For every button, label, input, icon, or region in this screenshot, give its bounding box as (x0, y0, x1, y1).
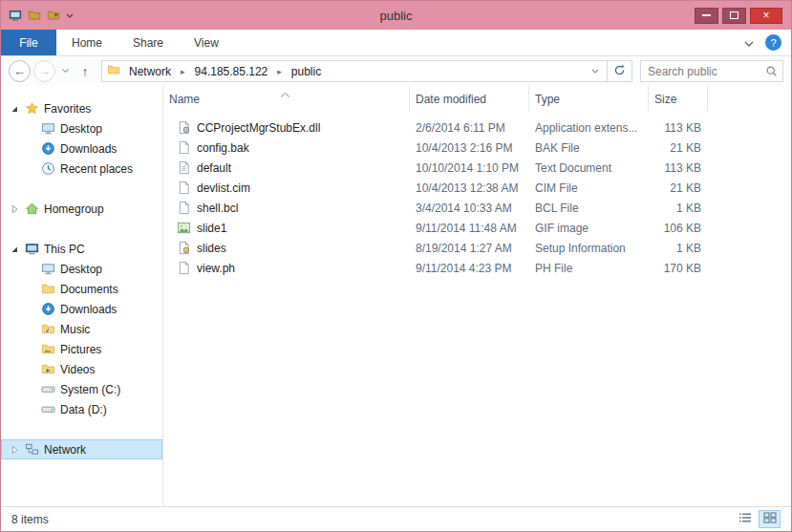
sidebar-item-label: Downloads (60, 303, 117, 316)
column-header-size[interactable]: Size (649, 86, 708, 112)
file-row[interactable]: slide1 9/11/2014 11:48 AM GIF image 106 … (163, 218, 791, 238)
breadcrumb[interactable]: Network ▸ 94.185.85.122 ▸ public (101, 60, 608, 82)
sidebar-item-downloads[interactable]: Downloads (1, 138, 162, 159)
qat-properties-icon[interactable] (28, 9, 41, 22)
desktop-icon (40, 121, 55, 137)
breadcrumb-item-network[interactable]: Network (122, 65, 178, 78)
details-view-icon (738, 512, 752, 526)
tab-share[interactable]: Share (118, 30, 179, 55)
sidebar-item-label: Recent places (60, 162, 133, 176)
large-icons-view-icon (763, 512, 777, 526)
sidebar-item-favorites[interactable]: Favorites (1, 98, 162, 118)
sidebar-item-system-c[interactable]: System (C:) (1, 379, 162, 399)
search-input[interactable] (641, 65, 760, 78)
file-type: CIM File (529, 181, 649, 195)
sidebar-item-music[interactable]: Music (1, 319, 162, 339)
expander-collapsed-icon[interactable] (8, 202, 21, 216)
window-controls: × (695, 8, 791, 24)
expander-expanded-icon[interactable] (8, 243, 21, 256)
computer-icon (24, 242, 39, 257)
sidebar-item-label: Network (44, 443, 86, 457)
file-row[interactable]: devlist.cim 10/4/2013 12:38 AM CIM File … (163, 178, 791, 198)
sidebar-item-label: This PC (44, 243, 85, 256)
file-name: slides (197, 242, 226, 255)
downloads-icon (40, 302, 55, 317)
file-type: Application extens... (529, 121, 649, 135)
app-window-icon[interactable] (9, 9, 22, 22)
file-name: default (197, 161, 231, 175)
file-type: PH File (529, 262, 649, 275)
folder-icon (40, 322, 55, 337)
sidebar-item-recent-places[interactable]: Recent places (1, 159, 162, 179)
file-name: devlist.cim (197, 181, 250, 195)
minimize-button[interactable] (695, 8, 718, 24)
file-row[interactable]: default 10/10/2014 1:10 PM Text Document… (163, 158, 791, 178)
tab-home[interactable]: Home (56, 30, 118, 55)
column-header-type[interactable]: Type (529, 86, 649, 112)
sidebar-item-this-pc[interactable]: This PC (1, 239, 162, 259)
sidebar-item-pc-desktop[interactable]: Desktop (1, 259, 162, 279)
close-button[interactable]: × (750, 8, 782, 24)
forward-button[interactable]: → (33, 60, 55, 82)
address-bar: ← → ↑ Network ▸ 94.185.85.122 ▸ public (1, 56, 791, 86)
tab-file[interactable]: File (1, 30, 56, 55)
breadcrumb-separator-icon[interactable]: ▸ (276, 67, 283, 76)
column-header-date-modified[interactable]: Date modified (410, 86, 529, 112)
file-row[interactable]: shell.bcl 3/4/2014 10:33 AM BCL File 1 K… (163, 198, 791, 218)
breadcrumb-separator-icon[interactable]: ▸ (180, 67, 186, 76)
sidebar-item-homegroup[interactable]: Homegroup (1, 199, 162, 219)
file-row[interactable]: config.bak 10/4/2013 2:16 PM BAK File 21… (163, 138, 791, 158)
sidebar-item-pictures[interactable]: Pictures (1, 339, 162, 359)
refresh-button[interactable] (608, 60, 632, 82)
expander-collapsed-icon[interactable] (8, 443, 21, 457)
file-row[interactable]: CCProjectMgrStubEx.dll 2/6/2014 6:11 PM … (163, 117, 791, 138)
breadcrumb-item-public[interactable]: public (285, 65, 328, 78)
back-button[interactable]: ← (9, 60, 31, 82)
qat-customize-chevron-icon[interactable] (66, 13, 74, 18)
large-icons-view-button[interactable] (759, 510, 781, 528)
file-name: view.ph (197, 262, 235, 275)
file-name: CCProjectMgrStubEx.dll (197, 121, 320, 135)
qat-new-folder-icon[interactable] (47, 9, 60, 22)
file-date-modified: 8/19/2014 1:27 AM (410, 242, 529, 255)
help-button[interactable]: ? (765, 34, 781, 51)
sidebar-item-network[interactable]: Network (1, 439, 162, 459)
maximize-button[interactable] (722, 8, 746, 24)
status-bar: 8 items (1, 506, 791, 531)
expand-ribbon-chevron-icon[interactable] (744, 36, 754, 50)
file-row[interactable]: slides 8/19/2014 1:27 AM Setup Informati… (163, 238, 791, 258)
explorer-window: public × File Home Share View ? ← → ↑ Ne… (0, 0, 792, 532)
sidebar-item-desktop[interactable]: Desktop (1, 118, 162, 138)
file-date-modified: 3/4/2014 10:33 AM (410, 202, 529, 215)
sidebar-item-data-d[interactable]: Data (D:) (1, 399, 162, 419)
navigation-pane: Favorites Desktop Downloads Recent place… (1, 86, 163, 506)
up-button[interactable]: ↑ (75, 60, 96, 82)
sidebar-item-label: Desktop (60, 263, 102, 276)
sidebar-item-label: Music (60, 323, 90, 336)
title-bar[interactable]: public × (1, 1, 791, 30)
file-date-modified: 9/11/2014 11:48 AM (410, 222, 529, 235)
expander-expanded-icon[interactable] (8, 102, 21, 116)
recent-locations-chevron-icon[interactable] (58, 60, 72, 82)
file-size: 21 KB (649, 141, 708, 155)
file-date-modified: 9/11/2014 4:23 PM (410, 262, 529, 275)
recent-places-icon (40, 161, 55, 177)
search-icon[interactable] (760, 65, 782, 77)
generic-file-icon (176, 261, 191, 276)
file-row[interactable]: view.ph 9/11/2014 4:23 PM PH File 170 KB (163, 258, 791, 278)
sidebar-item-label: Homegroup (44, 202, 104, 216)
breadcrumb-item-host[interactable]: 94.185.85.122 (188, 65, 275, 78)
file-size: 106 KB (649, 222, 708, 235)
sidebar-item-pc-downloads[interactable]: Downloads (1, 299, 162, 319)
file-date-modified: 10/10/2014 1:10 PM (410, 161, 529, 175)
sidebar-item-documents[interactable]: Documents (1, 279, 162, 299)
tab-view[interactable]: View (179, 30, 234, 55)
address-dropdown-chevron-icon[interactable] (591, 69, 602, 74)
drive-icon (40, 402, 55, 417)
file-type: BCL File (529, 202, 649, 215)
details-view-button[interactable] (734, 510, 756, 528)
sidebar-item-videos[interactable]: Videos (1, 359, 162, 379)
file-size: 113 KB (649, 161, 708, 175)
sidebar-item-label: Favorites (44, 102, 91, 116)
file-type: BAK File (529, 141, 649, 155)
